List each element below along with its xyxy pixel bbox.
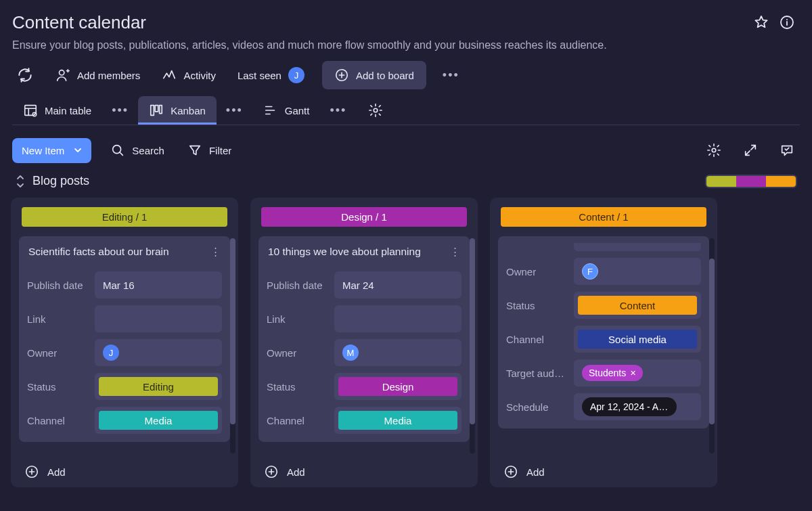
collapse-handle[interactable] xyxy=(15,175,26,188)
kanban-card[interactable]: Scientific facts about our brain⋮Publish… xyxy=(19,236,230,442)
tab-main-table-menu[interactable]: ••• xyxy=(109,104,131,118)
board-settings-button[interactable] xyxy=(701,137,727,163)
add-card-label: Add xyxy=(287,466,305,478)
search-label: Search xyxy=(132,145,164,156)
field-value-owner[interactable]: F xyxy=(574,258,701,285)
last-seen[interactable]: Last seen J xyxy=(233,62,309,89)
automation-button[interactable] xyxy=(12,61,38,89)
tag-remove-icon[interactable]: ✕ xyxy=(630,369,636,378)
column-header[interactable]: Design / 1 xyxy=(261,207,467,227)
add-card-button[interactable]: Add xyxy=(497,455,710,481)
view-settings-button[interactable] xyxy=(363,97,388,123)
table-icon xyxy=(23,103,38,118)
tab-kanban[interactable]: Kanban xyxy=(138,96,217,125)
tag-pill[interactable]: Students✕ xyxy=(582,365,643,381)
plus-circle-icon xyxy=(24,464,39,479)
card-title: 10 things we love about planning xyxy=(268,246,421,258)
scrollbar-thumb[interactable] xyxy=(230,238,235,424)
column-scroll[interactable]: OwnerFStatusContentChannelSocial mediaTa… xyxy=(497,236,710,455)
fullscreen-button[interactable] xyxy=(738,137,763,163)
add-card-button[interactable]: Add xyxy=(257,455,471,481)
scrollbar[interactable] xyxy=(230,238,235,453)
status-pill: Content xyxy=(578,296,697,315)
tab-gantt-menu[interactable]: ••• xyxy=(327,104,349,118)
avatar: M xyxy=(342,345,359,361)
star-icon xyxy=(753,14,769,30)
tag-label: Students xyxy=(589,368,626,378)
field-value-owner[interactable]: M xyxy=(334,339,461,366)
card-field-row: Target aud…Students✕ xyxy=(506,359,701,386)
svg-rect-8 xyxy=(155,106,158,112)
favorite-button[interactable] xyxy=(748,9,774,35)
field-label: Publish date xyxy=(267,280,328,291)
field-value-status[interactable]: Design xyxy=(334,373,461,400)
search-button[interactable]: Search xyxy=(106,137,168,163)
field-value-status[interactable]: Content xyxy=(574,292,701,319)
field-value-date[interactable]: Apr 12, 2024 - Apr 3… xyxy=(574,393,701,420)
status-pill: Media xyxy=(99,411,218,430)
field-label: Owner xyxy=(506,266,567,277)
column-header[interactable]: Content / 1 xyxy=(501,207,706,227)
field-value-owner[interactable]: J xyxy=(95,339,222,366)
group-name[interactable]: Blog posts xyxy=(32,174,705,188)
add-members-button[interactable]: Add members xyxy=(51,62,144,88)
scrollbar[interactable] xyxy=(709,238,715,453)
kanban-card[interactable]: OwnerFStatusContentChannelSocial mediaTa… xyxy=(498,236,709,428)
svg-point-3 xyxy=(60,70,64,75)
column-header[interactable]: Editing / 1 xyxy=(22,207,227,227)
column-scroll[interactable]: 10 things we love about planning⋮Publish… xyxy=(257,236,471,455)
person-plus-icon xyxy=(55,68,70,83)
field-value-status[interactable]: Media xyxy=(334,407,461,434)
card-field-row: OwnerM xyxy=(267,339,461,366)
info-button[interactable] xyxy=(774,9,800,35)
new-item-button[interactable]: New Item xyxy=(12,138,91,163)
activity-button[interactable]: Activity xyxy=(158,62,220,88)
field-value-status[interactable]: Social media xyxy=(574,326,701,353)
kanban-column-design: Design / 110 things we love about planni… xyxy=(250,198,478,487)
field-label: Link xyxy=(27,313,88,325)
field-value-status[interactable]: Media xyxy=(95,407,222,434)
svg-point-10 xyxy=(374,108,378,112)
field-value-status[interactable]: Editing xyxy=(95,373,222,400)
add-to-board-button[interactable]: Add to board xyxy=(322,61,426,89)
svg-point-2 xyxy=(786,19,788,20)
scrollbar[interactable] xyxy=(470,238,475,453)
field-label: Channel xyxy=(506,334,567,345)
scrollbar-thumb[interactable] xyxy=(709,259,715,424)
card-menu[interactable]: ⋮ xyxy=(450,246,460,258)
field-label: Schedule xyxy=(506,401,567,413)
card-menu[interactable]: ⋮ xyxy=(210,246,221,258)
kanban-card[interactable]: 10 things we love about planning⋮Publish… xyxy=(258,236,470,442)
add-to-board-label: Add to board xyxy=(356,70,414,81)
tab-kanban-menu[interactable]: ••• xyxy=(223,104,246,118)
legend-seg-1 xyxy=(706,176,736,187)
field-value-tag[interactable]: Students✕ xyxy=(574,359,701,386)
clipped-field xyxy=(574,243,701,251)
card-field-row: ChannelMedia xyxy=(27,407,222,434)
comments-button[interactable] xyxy=(774,137,800,163)
card-field-row: OwnerF xyxy=(506,258,701,285)
more-menu[interactable]: ••• xyxy=(440,68,462,83)
field-value[interactable] xyxy=(95,305,222,332)
field-value[interactable] xyxy=(334,305,461,332)
field-value[interactable]: Mar 24 xyxy=(334,271,461,298)
filter-button[interactable]: Filter xyxy=(183,137,235,163)
field-label: Channel xyxy=(27,415,88,426)
field-label: Owner xyxy=(27,347,88,359)
expand-icon xyxy=(743,143,758,158)
tab-main-table[interactable]: Main table xyxy=(12,96,102,125)
chevron-down-icon xyxy=(74,146,82,154)
search-icon xyxy=(110,143,125,158)
column-scroll[interactable]: Scientific facts about our brain⋮Publish… xyxy=(18,236,231,455)
group-legend xyxy=(705,175,797,188)
avatar: F xyxy=(582,263,598,280)
tab-gantt[interactable]: Gantt xyxy=(252,96,321,125)
card-field-row: StatusDesign xyxy=(267,373,461,400)
kanban-column-editing: Editing / 1Scientific facts about our br… xyxy=(11,198,238,487)
card-field-row: Link xyxy=(27,305,222,332)
scrollbar-thumb[interactable] xyxy=(470,238,475,424)
field-value[interactable]: Mar 16 xyxy=(95,271,222,298)
add-card-button[interactable]: Add xyxy=(18,455,231,481)
tab-kanban-label: Kanban xyxy=(171,105,206,116)
field-label: Owner xyxy=(267,347,328,359)
